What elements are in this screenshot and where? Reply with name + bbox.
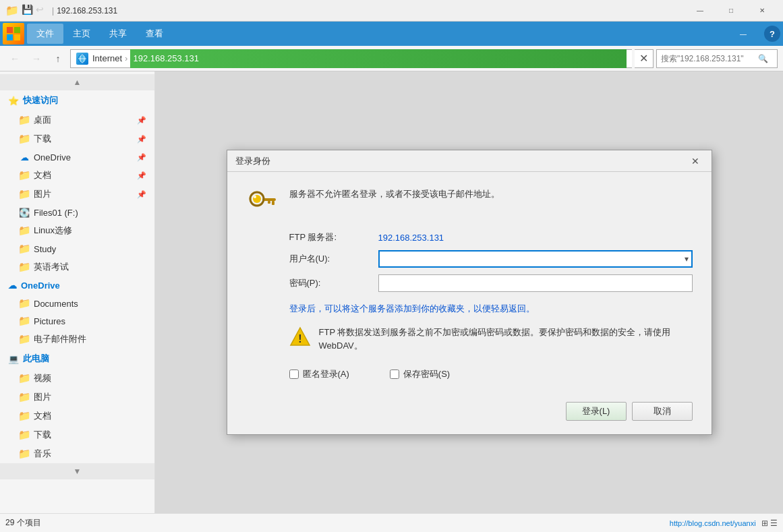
- sidebar-section-quick-access: ⭐ 快速访问: [0, 90, 154, 111]
- title-bar-icons: 📁 💾 ↩: [5, 4, 44, 17]
- sidebar-item-music[interactable]: 📁 音乐: [0, 444, 154, 463]
- quick-access-label: 快速访问: [23, 94, 58, 107]
- sidebar-item-email-attachments[interactable]: 📁 电子邮件附件: [0, 330, 154, 349]
- status-bar: 29 个项目 http://blog.csdn.net/yuanxi ⊞ ☰: [0, 513, 783, 532]
- warning-text: FTP 将数据发送到服务器之前不加密或编码密码或数据。要保护密码和数据的安全，请…: [319, 326, 693, 352]
- dialog-close-button[interactable]: ✕: [687, 153, 703, 169]
- address-path[interactable]: Internet › 192.168.253.131: [70, 49, 632, 68]
- save-password-label: 保存密码(S): [403, 368, 450, 380]
- folder-icon: 📁: [19, 373, 30, 384]
- dialog-buttons: 登录(L) 取消: [246, 396, 693, 421]
- view-icons: ⊞ ☰: [761, 519, 778, 528]
- menu-item-home[interactable]: 主页: [63, 24, 100, 44]
- minimize-button[interactable]: —: [685, 0, 716, 22]
- quick-access-icon: ⭐: [8, 96, 19, 106]
- back-button[interactable]: ←: [5, 49, 24, 68]
- sidebar-scroll-up[interactable]: ▲: [0, 74, 154, 90]
- sidebar-item-downloads[interactable]: 📁 下载 📌: [0, 129, 154, 148]
- onedrive-icon: ☁: [19, 152, 30, 162]
- password-input[interactable]: [378, 274, 693, 292]
- search-input[interactable]: [661, 54, 755, 63]
- folder-icon: 📁: [19, 392, 30, 403]
- menu-item-file[interactable]: 文件: [27, 24, 63, 44]
- path-arrow: ›: [125, 53, 127, 63]
- folder-icon: 📁: [19, 334, 30, 345]
- undo-icon: ↩: [36, 4, 44, 17]
- anonymous-login-checkbox[interactable]: 匿名登录(A): [289, 368, 349, 380]
- up-button[interactable]: ↑: [49, 49, 67, 68]
- sidebar-item-english[interactable]: 📁 英语考试: [0, 258, 154, 276]
- title-bar-title: 192.168.253.131: [57, 6, 685, 16]
- list-view-icon[interactable]: ☰: [770, 519, 778, 528]
- menu-item-share[interactable]: 共享: [100, 24, 136, 44]
- svg-point-14: [254, 196, 256, 198]
- sidebar-item-document[interactable]: 📁 文档: [0, 407, 154, 425]
- folder-icon: 📁: [19, 115, 30, 125]
- sidebar-item-desktop[interactable]: 📁 桌面 📌: [0, 111, 154, 129]
- sidebar-item-pictures[interactable]: 📁 Pictures: [0, 312, 154, 330]
- folder-icon: 📁: [19, 298, 30, 309]
- address-close-button[interactable]: ✕: [635, 49, 654, 68]
- dialog-header-area: 服务器不允许匿名登录，或者不接受该电子邮件地址。: [246, 185, 693, 218]
- status-watermark: http://blog.csdn.net/yuanxi: [670, 519, 756, 527]
- sidebar-item-label: 下载: [34, 133, 51, 145]
- sidebar-item-files01[interactable]: 💽 Files01 (F:): [0, 204, 154, 221]
- sidebar-item-label: 音乐: [34, 448, 51, 460]
- sidebar-item-docs-quick[interactable]: 📁 文档 📌: [0, 166, 154, 185]
- folder-icon: 📁: [19, 411, 30, 421]
- dialog-overlay: 登录身份 ✕: [155, 71, 783, 513]
- warning-icon: !: [289, 326, 311, 347]
- sidebar-item-label: OneDrive: [34, 152, 71, 162]
- folder-icon: 📁: [5, 4, 19, 17]
- app-logo: [3, 23, 24, 45]
- forward-button[interactable]: →: [27, 49, 46, 68]
- sidebar-section-onedrive: ☁ OneDrive: [0, 276, 154, 295]
- sidebar-item-label: Pictures: [34, 316, 65, 326]
- ftp-server-label: FTP 服务器:: [289, 231, 370, 243]
- folder-icon: 📁: [19, 262, 30, 272]
- sidebar-item-video[interactable]: 📁 视频: [0, 369, 154, 388]
- sidebar-item-label: Files01 (F:): [34, 208, 78, 218]
- svg-rect-0: [7, 27, 13, 33]
- title-bar: 📁 💾 ↩ | 192.168.253.131 — □ ✕: [0, 0, 783, 22]
- main-area: 登录身份 ✕: [155, 71, 783, 513]
- sidebar: ▲ ⭐ 快速访问 📁 桌面 📌 📁 下载 📌 ☁ OneDrive 📌 📁 文档…: [0, 71, 155, 513]
- path-icon: [76, 53, 88, 65]
- svg-rect-3: [14, 34, 20, 40]
- help-button[interactable]: ?: [764, 26, 780, 42]
- path-ip: 192.168.253.131: [133, 53, 199, 63]
- dialog-checkboxes: 匿名登录(A) 保存密码(S): [289, 368, 693, 380]
- sidebar-item-study[interactable]: 📁 Study: [0, 240, 154, 258]
- maximize-button[interactable]: □: [716, 0, 747, 22]
- username-select[interactable]: [378, 250, 693, 268]
- cancel-button[interactable]: 取消: [632, 402, 693, 421]
- sidebar-item-onedrive-quick[interactable]: ☁ OneDrive 📌: [0, 148, 154, 166]
- sidebar-item-pics-quick[interactable]: 📁 图片 📌: [0, 185, 154, 204]
- this-pc-label: 此电脑: [23, 353, 49, 365]
- folder-icon: 📁: [19, 189, 30, 200]
- ftp-server-value: 192.168.253.131: [378, 231, 693, 243]
- sidebar-item-linux[interactable]: 📁 Linux选修: [0, 221, 154, 240]
- menu-minimize-button[interactable]: —: [728, 23, 759, 45]
- sidebar-section-this-pc: 💻 此电脑: [0, 349, 154, 369]
- password-label: 密码(P):: [289, 274, 370, 292]
- folder-icon: 📁: [19, 225, 30, 236]
- anonymous-checkbox-input[interactable]: [289, 370, 299, 379]
- dialog-warning: ! FTP 将数据发送到服务器之前不加密或编码密码或数据。要保护密码和数据的安全…: [289, 326, 693, 352]
- sidebar-item-documents[interactable]: 📁 Documents: [0, 295, 154, 312]
- sidebar-item-photo[interactable]: 📁 图片: [0, 388, 154, 407]
- sidebar-item-download[interactable]: 📁 下载: [0, 425, 154, 444]
- folder-icon: 📁: [19, 430, 30, 440]
- close-button[interactable]: ✕: [747, 0, 778, 22]
- grid-view-icon[interactable]: ⊞: [761, 519, 768, 528]
- save-password-checkbox[interactable]: 保存密码(S): [390, 368, 450, 380]
- onedrive-section-label: OneDrive: [21, 280, 60, 291]
- folder-icon: 📁: [19, 448, 30, 459]
- menu-item-view[interactable]: 查看: [136, 24, 173, 44]
- sidebar-scroll-down[interactable]: ▼: [0, 463, 154, 479]
- login-button[interactable]: 登录(L): [566, 402, 627, 421]
- username-select-wrapper: [378, 250, 693, 268]
- save-password-checkbox-input[interactable]: [390, 370, 399, 379]
- sidebar-item-label: 图片: [34, 188, 51, 200]
- menu-bar-right: — ?: [728, 23, 780, 45]
